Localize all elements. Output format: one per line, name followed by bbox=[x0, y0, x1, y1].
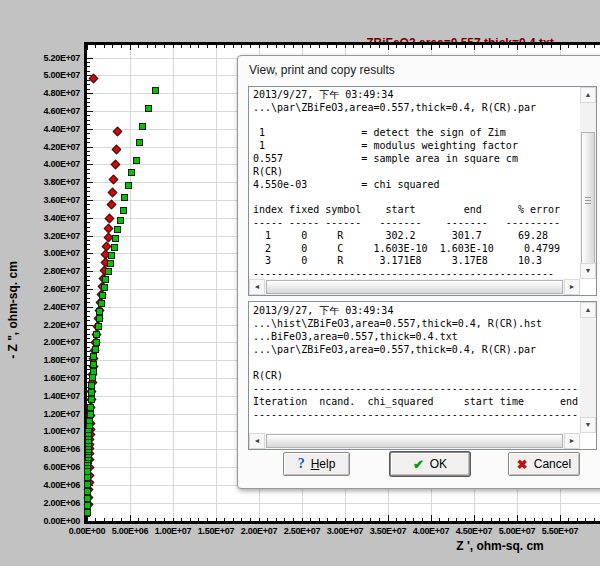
scroll-down-icon[interactable]: ▼ bbox=[580, 417, 596, 433]
y-axis-tick bbox=[87, 227, 90, 228]
x-axis-tick bbox=[362, 518, 363, 521]
x-axis-tick bbox=[508, 518, 509, 521]
data-point-measured bbox=[84, 488, 91, 495]
y-axis-tick bbox=[87, 276, 90, 277]
x-axis-tick bbox=[456, 45, 457, 48]
y-tick-label: 4.00E+07 bbox=[0, 159, 80, 169]
y-tick-label: 4.80E+07 bbox=[0, 88, 80, 98]
x-axis-tick bbox=[431, 45, 432, 50]
x-axis-tick bbox=[585, 45, 586, 48]
x-axis-tick bbox=[198, 45, 199, 48]
data-point-measured bbox=[84, 502, 91, 509]
data-point-measured bbox=[87, 404, 94, 411]
x-axis-tick bbox=[190, 518, 191, 521]
horizontal-scrollbar[interactable]: ◄ ► bbox=[249, 279, 580, 295]
x-axis-tick bbox=[181, 45, 182, 48]
y-tick-label: 5.20E+07 bbox=[0, 53, 80, 63]
data-point-fit bbox=[110, 160, 120, 170]
horizontal-scrollbar[interactable]: ◄ ► bbox=[249, 433, 580, 449]
x-axis-tick bbox=[130, 45, 131, 50]
data-point-measured bbox=[84, 481, 91, 488]
x-axis-tick bbox=[353, 45, 354, 48]
x-axis-tick bbox=[396, 45, 397, 48]
x-axis-tick bbox=[284, 45, 285, 48]
x-axis-tick bbox=[130, 515, 131, 521]
x-axis-tick bbox=[207, 45, 208, 48]
x-axis-tick bbox=[491, 518, 492, 521]
x-axis-tick bbox=[422, 518, 423, 521]
y-axis-tick bbox=[87, 293, 90, 294]
help-button[interactable]: ? Help bbox=[283, 452, 350, 476]
x-axis-tick bbox=[276, 518, 277, 521]
fit-results-textbox[interactable]: 2013/9/27, 下午 03:49:34 ...\par\ZBiFeO3,a… bbox=[248, 86, 597, 296]
x-axis-tick bbox=[267, 518, 268, 521]
y-axis-tick bbox=[87, 196, 90, 197]
x-axis-tick bbox=[121, 518, 122, 521]
x-axis-tick bbox=[302, 518, 303, 521]
y-axis-tick bbox=[87, 102, 90, 103]
x-axis-tick bbox=[388, 515, 389, 521]
y-axis-tick bbox=[87, 316, 90, 317]
cancel-button-label: Cancel bbox=[534, 457, 571, 471]
x-axis-tick bbox=[95, 45, 96, 48]
scroll-right-icon[interactable]: ► bbox=[564, 279, 580, 295]
x-axis-tick bbox=[465, 45, 466, 48]
x-axis-tick bbox=[138, 518, 139, 521]
x-axis-tick bbox=[568, 45, 569, 48]
data-point-measured bbox=[99, 292, 106, 299]
cancel-button[interactable]: ✖ Cancel bbox=[508, 452, 580, 476]
data-point-measured bbox=[136, 139, 143, 146]
scroll-down-icon[interactable]: ▼ bbox=[580, 263, 596, 279]
x-axis-tick bbox=[155, 518, 156, 521]
x-axis-tick bbox=[379, 518, 380, 521]
y-axis-tick bbox=[87, 84, 90, 85]
y-tick-label: 4.60E+07 bbox=[0, 106, 80, 116]
y-axis-tick bbox=[87, 111, 93, 112]
scroll-left-icon[interactable]: ◄ bbox=[249, 279, 265, 295]
y-axis-tick bbox=[87, 138, 90, 139]
x-axis-tick bbox=[577, 45, 578, 48]
x-axis-tick bbox=[482, 45, 483, 48]
x-axis-tick bbox=[370, 45, 371, 48]
ok-button[interactable]: ✔ OK bbox=[390, 452, 470, 476]
x-axis-tick bbox=[405, 518, 406, 521]
y-axis-tick bbox=[87, 191, 90, 192]
x-axis-tick bbox=[405, 45, 406, 48]
vertical-scrollbar[interactable]: ▲ ▼ bbox=[580, 87, 596, 279]
data-point-measured bbox=[117, 217, 124, 224]
scrollbar-thumb[interactable] bbox=[581, 132, 595, 269]
y-axis-tick bbox=[87, 289, 93, 290]
y-axis-tick bbox=[87, 66, 90, 67]
fit-results-text: 2013/9/27, 下午 03:49:34 ...\par\ZBiFeO3,a… bbox=[253, 89, 578, 277]
data-point-fit bbox=[104, 223, 114, 233]
x-axis-tick bbox=[112, 518, 113, 521]
scrollbar-thumb[interactable] bbox=[266, 280, 563, 294]
x-axis-tick bbox=[594, 518, 595, 521]
x-axis-tick bbox=[491, 45, 492, 48]
y-axis-tick bbox=[87, 236, 93, 237]
x-axis-tick bbox=[259, 45, 260, 48]
scrollbar-thumb[interactable] bbox=[266, 434, 563, 448]
scroll-up-icon[interactable]: ▲ bbox=[580, 87, 596, 103]
x-axis-tick bbox=[104, 518, 105, 521]
y-axis-tick bbox=[87, 187, 90, 188]
fit-history-textbox[interactable]: 2013/9/27, 下午 03:49:34 ...\hist\ZBiFeO3,… bbox=[248, 301, 597, 450]
data-point-measured bbox=[114, 226, 121, 233]
scroll-up-icon[interactable]: ▲ bbox=[580, 302, 596, 318]
scroll-right-icon[interactable]: ► bbox=[564, 433, 580, 449]
data-point-measured bbox=[95, 323, 102, 330]
x-axis-tick bbox=[362, 45, 363, 48]
scroll-left-icon[interactable]: ◄ bbox=[249, 433, 265, 449]
y-axis-tick bbox=[87, 142, 90, 143]
x-axis-tick bbox=[482, 518, 483, 521]
y-tick-label: 1.00E+07 bbox=[0, 426, 80, 436]
vertical-scrollbar[interactable]: ▲ ▼ bbox=[580, 302, 596, 433]
x-axis-tick bbox=[250, 518, 251, 521]
data-point-measured bbox=[111, 244, 118, 251]
x-axis-tick bbox=[353, 518, 354, 521]
x-axis-tick bbox=[164, 518, 165, 521]
x-axis-tick bbox=[534, 45, 535, 48]
x-axis-tick bbox=[147, 518, 148, 521]
data-point-measured bbox=[89, 374, 96, 381]
y-tick-label: 2.00E+06 bbox=[0, 498, 80, 508]
